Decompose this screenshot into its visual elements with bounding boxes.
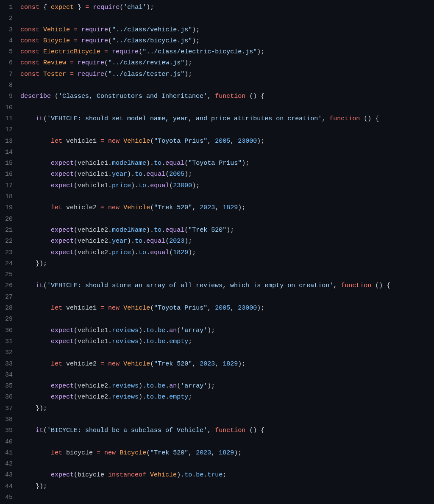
line-number: 5	[0, 47, 13, 58]
line-number: 2	[0, 13, 13, 24]
code-line[interactable]: });	[20, 403, 434, 414]
line-number: 16	[0, 169, 13, 180]
code-line[interactable]	[20, 414, 434, 425]
code-line[interactable]: const Tester = require("../class/tester.…	[20, 69, 434, 80]
code-line[interactable]: const Bicycle = require("../class/bicycl…	[20, 36, 434, 47]
line-number: 8	[0, 80, 13, 91]
line-number: 25	[0, 269, 13, 280]
line-number: 37	[0, 403, 13, 414]
line-number: 14	[0, 147, 13, 158]
line-number: 17	[0, 180, 13, 191]
line-number: 19	[0, 202, 13, 213]
code-line[interactable]: expect(vehicle1.price).to.equal(23000);	[20, 180, 434, 191]
code-line[interactable]: });	[20, 258, 434, 269]
line-number: 10	[0, 102, 13, 114]
code-line[interactable]	[20, 370, 434, 381]
code-line[interactable]	[20, 125, 434, 136]
line-number: 38	[0, 414, 13, 425]
line-number: 42	[0, 459, 13, 470]
code-line[interactable]: it('VEHICLE: should set model name, year…	[20, 114, 434, 125]
code-line[interactable]: expect(vehicle1.reviews).to.be.an('array…	[20, 325, 434, 336]
line-number: 21	[0, 225, 13, 236]
line-number: 6	[0, 58, 13, 69]
line-number: 24	[0, 258, 13, 269]
code-line[interactable]: expect(vehicle1.reviews).to.be.empty;	[20, 336, 434, 347]
line-number: 11	[0, 114, 13, 125]
code-line[interactable]	[20, 13, 434, 24]
code-line[interactable]: const Vehicle = require("../class/vehicl…	[20, 25, 434, 36]
code-line[interactable]: expect(vehicle2.price).to.equal(1829);	[20, 247, 434, 258]
line-number: 32	[0, 347, 13, 358]
line-number: 44	[0, 481, 13, 492]
line-number: 29	[0, 314, 13, 325]
code-line[interactable]	[20, 191, 434, 202]
code-line[interactable]: let vehicle1 = new Vehicle("Toyota Prius…	[20, 136, 434, 147]
line-number: 1	[0, 2, 13, 13]
code-line[interactable]: let vehicle2 = new Vehicle("Trek 520", 2…	[20, 359, 434, 370]
code-line[interactable]: let vehicle2 = new Vehicle("Trek 520", 2…	[20, 202, 434, 213]
code-line[interactable]: let vehicle1 = new Vehicle("Toyota Prius…	[20, 303, 434, 314]
code-line[interactable]: expect(vehicle2.reviews).to.be.empty;	[20, 392, 434, 403]
line-number: 45	[0, 492, 13, 503]
line-number: 3	[0, 25, 13, 36]
line-number: 43	[0, 470, 13, 481]
code-line[interactable]	[20, 492, 434, 503]
code-line[interactable]: const Review = require("../class/review.…	[20, 58, 434, 69]
line-number: 20	[0, 214, 13, 225]
code-line[interactable]	[20, 314, 434, 325]
code-line[interactable]: it('VEHICLE: should store an array of al…	[20, 280, 434, 291]
line-number: 39	[0, 425, 13, 436]
code-line[interactable]: expect(vehicle1.year).to.equal(2005);	[20, 169, 434, 180]
code-line[interactable]	[20, 347, 434, 358]
line-number: 4	[0, 36, 13, 47]
code-line[interactable]: expect(vehicle2.reviews).to.be.an('array…	[20, 381, 434, 392]
line-number: 35	[0, 381, 13, 392]
code-line[interactable]: expect(bicycle instanceof Vehicle).to.be…	[20, 470, 434, 481]
code-line[interactable]: const ElectricBicycle = require("../clas…	[20, 47, 434, 58]
line-number: 27	[0, 292, 13, 303]
code-line[interactable]	[20, 459, 434, 470]
line-number-gutter: 1234567891011121314151617181920212223242…	[0, 2, 20, 503]
line-number: 28	[0, 303, 13, 314]
code-line[interactable]: describe ('Classes, Constructors and Inh…	[20, 91, 434, 102]
line-number: 41	[0, 448, 13, 459]
code-area[interactable]: const { expect } = require('chai'); cons…	[20, 2, 434, 503]
line-number: 18	[0, 191, 13, 202]
code-line[interactable]	[20, 437, 434, 448]
line-number: 22	[0, 236, 13, 247]
line-number: 7	[0, 69, 13, 80]
code-line[interactable]	[20, 269, 434, 280]
line-number: 13	[0, 136, 13, 147]
line-number: 9	[0, 91, 13, 102]
line-number: 40	[0, 437, 13, 448]
code-editor[interactable]: 1234567891011121314151617181920212223242…	[0, 2, 434, 503]
code-line[interactable]	[20, 147, 434, 158]
code-line[interactable]	[20, 292, 434, 303]
line-number: 36	[0, 392, 13, 403]
line-number: 23	[0, 247, 13, 258]
code-line[interactable]	[20, 80, 434, 91]
code-line[interactable]: const { expect } = require('chai');	[20, 2, 434, 13]
code-line[interactable]	[20, 102, 434, 114]
code-line[interactable]: let bicycle = new Bicycle("Trek 520", 20…	[20, 448, 434, 459]
line-number: 15	[0, 158, 13, 169]
code-line[interactable]: expect(vehicle2.year).to.equal(2023);	[20, 236, 434, 247]
code-line[interactable]: expect(vehicle2.modelName).to.equal("Tre…	[20, 225, 434, 236]
code-line[interactable]	[20, 214, 434, 225]
line-number: 30	[0, 325, 13, 336]
code-line[interactable]: it('BICYCLE: should be a subclass of Veh…	[20, 425, 434, 436]
line-number: 33	[0, 359, 13, 370]
line-number: 12	[0, 125, 13, 136]
line-number: 34	[0, 370, 13, 381]
code-line[interactable]: expect(vehicle1.modelName).to.equal("Toy…	[20, 158, 434, 169]
code-line[interactable]: });	[20, 481, 434, 492]
line-number: 31	[0, 336, 13, 347]
line-number: 26	[0, 280, 13, 291]
